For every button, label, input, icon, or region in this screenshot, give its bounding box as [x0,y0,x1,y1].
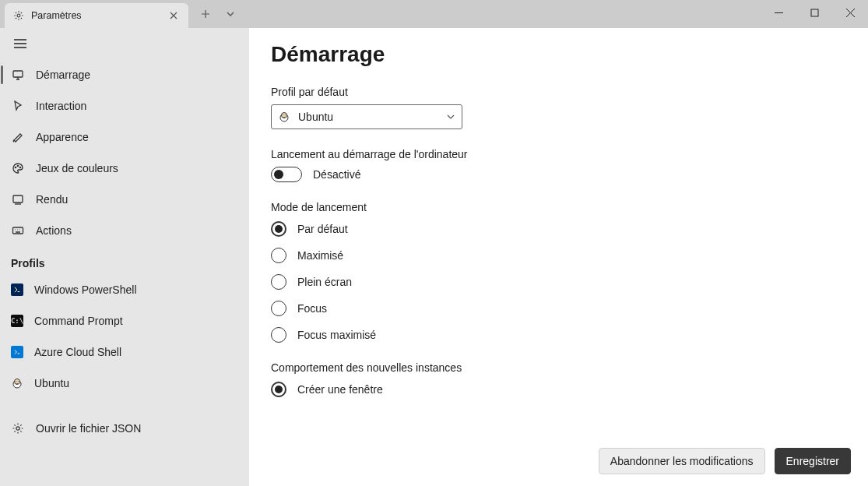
radio-label: Focus [297,302,327,315]
setting-label: Lancement au démarrage de l'ordinateur [271,148,846,160]
radio-icon [271,382,286,397]
setting-label: Comportement des nouvelles instances [271,361,846,374]
keyboard-icon [11,224,25,238]
svg-point-11 [18,381,19,382]
tab-label: Paramètres [31,10,167,21]
radio-focus-max[interactable]: Focus maximisé [271,327,846,343]
radio-icon [271,327,286,343]
button-label: Abandonner les modifications [610,455,754,467]
setting-label: Mode de lancement [271,201,846,213]
minimize-button[interactable] [761,0,796,25]
content: Démarrage Profil par défaut Ubuntu Lance… [249,28,868,436]
monitor-icon [11,192,25,206]
sidebar-item-label: Azure Cloud Shell [34,346,121,358]
hamburger-button[interactable] [0,28,249,56]
sidebar-profile-cmd[interactable]: C:\ Command Prompt [0,305,249,336]
radio-label: Créer une fenêtre [297,383,383,396]
svg-point-15 [283,114,283,115]
sidebar-item-startup[interactable]: Démarrage [0,59,249,90]
svg-point-12 [16,427,19,430]
radio-maximized[interactable]: Maximisé [271,248,846,263]
gear-icon [11,421,25,435]
dropdown-value: Ubuntu [298,111,446,123]
radio-focus[interactable]: Focus [271,301,846,316]
ubuntu-icon [11,377,23,389]
setting-launch-on-startup: Lancement au démarrage de l'ordinateur D… [271,148,846,182]
launch-mode-radio-group: Par défaut Maximisé Plein écran Focus [271,221,846,343]
new-instance-radio-group: Créer une fenêtre [271,382,846,397]
gear-icon [12,9,25,22]
svg-point-16 [285,114,286,115]
radio-label: Maximisé [297,249,343,262]
radio-icon [271,221,286,237]
default-profile-dropdown[interactable]: Ubuntu [271,104,462,129]
sidebar: Démarrage Interaction Apparence Jeux de … [0,28,249,486]
setting-label: Profil par défaut [271,86,846,98]
sidebar-item-actions[interactable]: Actions [0,215,249,246]
sidebar-item-label: Jeux de couleurs [36,162,118,174]
sidebar-profile-azure[interactable]: Azure Cloud Shell [0,336,249,368]
maximize-button[interactable] [796,0,832,25]
sidebar-item-label: Actions [36,224,72,237]
sidebar-item-label: Windows PowerShell [34,284,137,296]
setting-launch-mode: Mode de lancement Par défaut Maximisé Pl… [271,201,846,343]
svg-point-5 [19,167,20,167]
ubuntu-icon [278,111,290,123]
launch-on-startup-toggle[interactable] [271,167,302,182]
close-button[interactable] [832,0,868,25]
palette-icon [11,161,25,175]
radio-icon [271,301,286,316]
startup-icon [11,68,25,82]
sidebar-section-profiles: Profils [0,246,249,274]
sidebar-item-interaction[interactable]: Interaction [0,90,249,122]
cmd-icon: C:\ [11,315,23,327]
nav: Démarrage Interaction Apparence Jeux de … [0,56,249,444]
sidebar-item-label: Ubuntu [34,377,69,389]
svg-point-4 [17,165,18,166]
tab-dropdown-button[interactable] [218,2,243,26]
discard-button[interactable]: Abandonner les modifications [599,448,765,474]
svg-rect-6 [13,195,23,202]
tab-actions [193,2,243,26]
cursor-icon [11,99,25,113]
radio-icon [271,274,286,290]
toggle-knob [274,170,283,179]
window-controls [761,0,868,25]
sidebar-item-color-schemes[interactable]: Jeux de couleurs [0,153,249,184]
tab-close-icon[interactable] [167,10,181,21]
svg-point-3 [15,167,16,167]
setting-default-profile: Profil par défaut Ubuntu [271,86,846,129]
tab-settings[interactable]: Paramètres [5,3,188,28]
footer: Abandonner les modifications Enregistrer [249,436,868,486]
svg-rect-2 [13,71,23,77]
radio-default[interactable]: Par défaut [271,221,846,237]
sidebar-profile-ubuntu[interactable]: Ubuntu [0,368,249,399]
sidebar-item-appearance[interactable]: Apparence [0,122,249,153]
svg-point-10 [16,381,16,382]
svg-rect-1 [811,9,818,16]
sidebar-item-label: Interaction [36,100,86,112]
sidebar-item-label: Ouvrir le fichier JSON [36,422,141,435]
radio-label: Focus maximisé [297,329,376,341]
radio-icon [271,248,286,263]
sidebar-item-rendering[interactable]: Rendu [0,184,249,215]
button-label: Enregistrer [786,455,839,467]
sidebar-profile-powershell[interactable]: Windows PowerShell [0,274,249,305]
titlebar: Paramètres [0,0,868,28]
page-title: Démarrage [271,42,846,67]
radio-label: Par défaut [297,223,348,235]
svg-rect-7 [13,227,23,234]
radio-create-window[interactable]: Créer une fenêtre [271,382,846,397]
chevron-down-icon [446,112,455,122]
save-button[interactable]: Enregistrer [775,448,851,474]
sidebar-open-json[interactable]: Ouvrir le fichier JSON [0,413,249,444]
sidebar-item-label: Démarrage [36,69,90,81]
svg-point-0 [17,14,20,17]
sidebar-item-label: Command Prompt [34,315,123,327]
sidebar-item-label: Rendu [36,193,68,206]
azure-icon [11,346,23,358]
brush-icon [11,130,25,144]
radio-fullscreen[interactable]: Plein écran [271,274,846,290]
radio-label: Plein écran [297,276,352,288]
new-tab-button[interactable] [193,2,218,26]
